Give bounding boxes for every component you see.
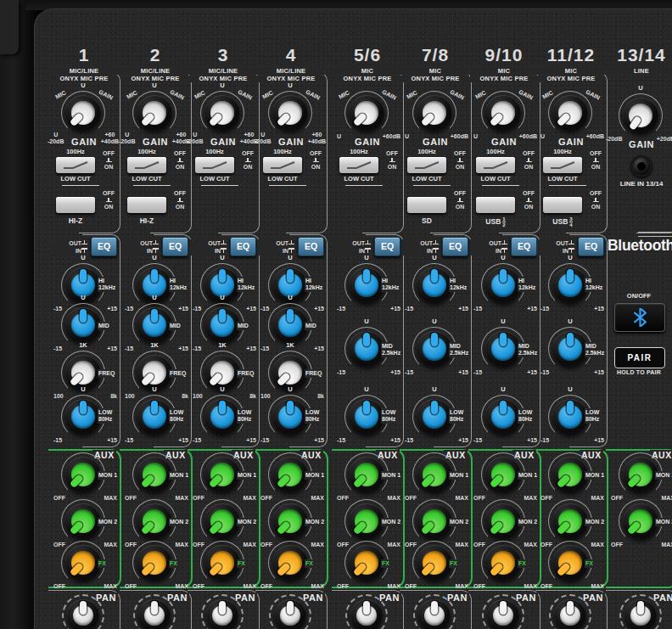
hi-eq-label: HI12kHz — [449, 277, 468, 292]
sd-label: SD — [396, 216, 457, 225]
switch-up-icon — [568, 239, 574, 245]
pan-knob[interactable]: LR — [343, 592, 390, 629]
bluetooth-onoff-label: ON/OFF — [602, 292, 672, 300]
switch-down-icon — [288, 247, 294, 253]
switch-up-icon — [526, 197, 532, 203]
usb-3-4-switch[interactable] — [543, 197, 582, 213]
low-cut-switch[interactable] — [127, 157, 166, 173]
knob-cap — [212, 605, 232, 626]
knob-cap — [423, 405, 446, 429]
mon1-label: MON 1 — [98, 471, 118, 480]
switch-up-icon — [81, 239, 87, 245]
mid-eq-label: MID2.5kHz — [518, 342, 538, 357]
switch-up-icon — [389, 157, 395, 163]
channel-13-14: 13/14 LINE U -20dB+20dB GAIN LINE IN 13/… — [602, 9, 672, 629]
gain-knob[interactable]: MIC GAIN U+60dB — [411, 89, 458, 137]
gain-knob[interactable]: U -20dB+20dB — [617, 92, 664, 139]
knob-cap — [491, 405, 515, 429]
switch-up-icon — [288, 239, 294, 245]
gain-knob[interactable]: U MIC GAIN U-20dB +60+40dB — [59, 89, 107, 137]
low-eq-label: LOW80Hz — [585, 408, 600, 424]
gain-knob[interactable]: U MIC GAIN U-20dB +60+40dB — [266, 89, 314, 137]
gain-knob[interactable]: U MIC GAIN U-20dB +60+40dB — [199, 89, 246, 137]
gain-label: GAIN — [184, 137, 262, 147]
switch-up-icon — [177, 157, 183, 163]
channel-11-12: 11/12 MIC ONYX MIC PRE MIC GAIN U+60dB G… — [532, 9, 610, 629]
low-cut-label: LOW CUT — [45, 175, 106, 183]
knob-cap — [210, 405, 234, 429]
mid-eq-label: MID — [305, 322, 317, 330]
low-cut-label: LOW CUT — [465, 175, 526, 183]
fx-label: FX — [98, 559, 107, 568]
section-underline — [133, 185, 171, 186]
section-underline — [62, 185, 99, 186]
low-cut-label: LOW CUT — [184, 175, 245, 183]
pan-knob[interactable]: LR — [479, 592, 527, 629]
low-cut-switch[interactable] — [543, 157, 582, 173]
pan-knob[interactable]: LR — [59, 592, 107, 629]
mon1-label: MON 1 — [449, 471, 469, 480]
bluetooth-power-button[interactable] — [614, 303, 665, 332]
hi-z-label: HI-Z — [45, 216, 106, 225]
switch-up-icon — [313, 157, 319, 163]
mon2-label: MON 2 — [169, 518, 189, 526]
mixer-side-step — [0, 0, 19, 54]
channel-type-label: MIC — [401, 68, 469, 75]
gain-knob[interactable]: U MIC GAIN U-20dB +60+40dB — [131, 89, 178, 137]
knob-cap — [558, 405, 582, 429]
fx-label: FX — [449, 559, 458, 568]
pan-knob[interactable]: LR — [411, 592, 458, 629]
pan-knob[interactable]: LR — [131, 592, 178, 629]
mid-eq-label: MID2.5kHz — [381, 342, 401, 357]
low-eq-label: LOW80Hz — [305, 408, 320, 424]
mon1-label: MON 1 — [381, 471, 401, 480]
pan-knob[interactable]: LR — [546, 592, 594, 629]
low-cut-label: LOW CUT — [116, 175, 177, 183]
low-cut-switch[interactable] — [476, 157, 515, 173]
low-cut-label: LOW CUT — [532, 175, 593, 183]
low-cut-switch[interactable] — [407, 157, 446, 173]
channel-type-label: MIC — [537, 68, 605, 75]
switch-up-icon — [526, 157, 532, 163]
low-cut-switch[interactable] — [263, 157, 302, 173]
gain-knob[interactable]: MIC GAIN U+60dB — [546, 89, 594, 137]
knob-cap — [558, 273, 582, 297]
switch-up-icon — [457, 157, 463, 163]
mon1-label: MON 1 — [169, 471, 189, 480]
usb-1-2-switch[interactable] — [476, 197, 515, 213]
knob-cap — [355, 405, 378, 429]
switch-up-icon — [153, 239, 159, 245]
gain-knob[interactable]: MIC GAIN U+60dB — [343, 89, 390, 137]
freq-label: FREQ — [237, 369, 255, 378]
pair-button[interactable]: PAIR — [614, 347, 665, 368]
low-cut-switch[interactable] — [195, 157, 234, 173]
knob-cap — [560, 605, 580, 626]
low-cut-label: LOW CUT — [252, 175, 313, 183]
switch-up-icon — [457, 197, 463, 203]
channel-4: 4 MIC/LINE ONYX MIC PRE U MIC GAIN U-20d… — [252, 9, 330, 629]
sd-switch[interactable] — [407, 197, 446, 213]
channel-2: 2 MIC/LINE ONYX MIC PRE U MIC GAIN U-20d… — [116, 9, 194, 629]
mid-eq-label: MID2.5kHz — [449, 342, 469, 357]
section-underline — [345, 185, 383, 186]
low-cut-switch[interactable] — [56, 157, 95, 173]
line-in-jack[interactable] — [630, 155, 652, 177]
pan-knob[interactable]: LR — [199, 592, 246, 629]
pan-knob[interactable]: LR — [617, 592, 664, 629]
hi-z-switch[interactable] — [127, 197, 166, 213]
hi-z-switch[interactable] — [56, 197, 95, 213]
switch-position-indicator: OFFON — [449, 190, 471, 210]
line-in-label: LINE IN 13/14 — [599, 180, 672, 188]
hi-eq-label: HI12kHz — [98, 277, 116, 292]
mon2-label: MON 2 — [449, 518, 469, 526]
pan-knob[interactable]: LR — [266, 592, 314, 629]
fx-label: FX — [381, 559, 390, 568]
mid-eq-label: MID — [98, 322, 110, 330]
mon2-label: MON 2 — [585, 518, 605, 526]
low-eq-label: LOW80Hz — [237, 408, 252, 424]
switch-down-icon — [365, 247, 371, 253]
knob-cap — [210, 313, 234, 337]
low-cut-switch[interactable] — [339, 157, 378, 173]
gain-knob[interactable]: MIC GAIN U+60dB — [479, 89, 527, 137]
knob-cap — [71, 313, 95, 337]
